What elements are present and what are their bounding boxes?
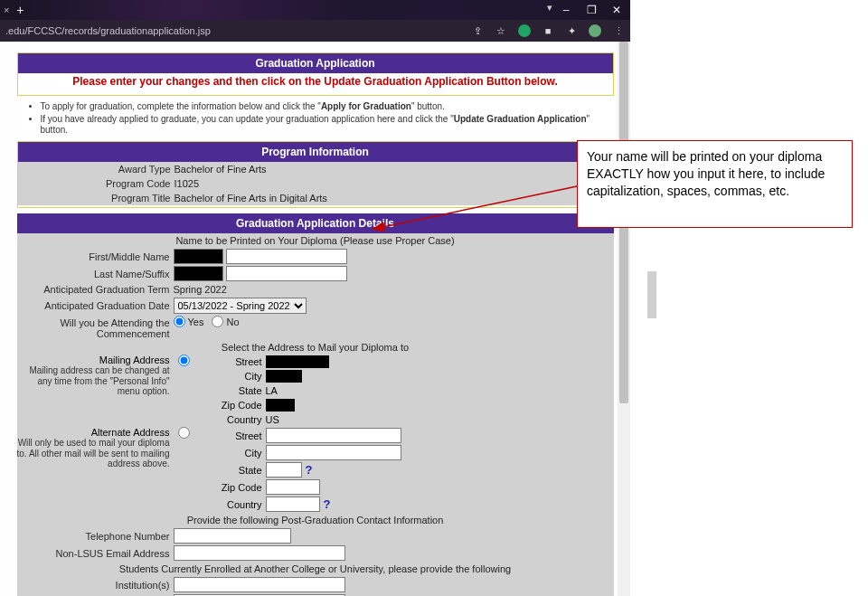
commencement-label: Will you be Attending the Commencement (17, 316, 174, 339)
share-icon[interactable]: ⇪ (471, 24, 484, 37)
mail-heading: Select the Address to Mail your Diploma … (17, 340, 614, 355)
alternate-address-label: Alternate Address (91, 427, 170, 438)
details-header: Graduation Application Details (17, 213, 614, 233)
program-code-label: Program Code (18, 178, 175, 189)
state-label: State (195, 385, 266, 396)
commencement-no-radio[interactable] (212, 316, 223, 327)
mailing-country-value: US (266, 414, 279, 425)
document-scroll-indicator (647, 271, 656, 318)
puzzle-icon[interactable]: ✦ (565, 24, 578, 37)
commencement-yes-radio[interactable] (174, 316, 185, 327)
enrolled-heading: Students Currently Enrolled at Another C… (17, 562, 614, 576)
email-label: Non-LSUS Email Address (17, 548, 174, 559)
instruction-item: If you have already applied to graduate,… (41, 114, 609, 136)
last-suffix-label: Last Name/Suffix (17, 269, 174, 279)
bookmark-star-icon[interactable]: ☆ (495, 24, 507, 37)
no-label: No (226, 317, 239, 327)
last-name-input[interactable] (174, 266, 223, 281)
alt-city-label: City (195, 448, 266, 459)
mailing-street-value (266, 355, 329, 368)
graduation-date-select[interactable]: 05/13/2022 - Spring 2022 (174, 298, 307, 314)
program-info-header: Program Information (18, 142, 613, 162)
browser-tabstrip: × + ▾ – ❐ ✕ (0, 0, 630, 20)
url-text[interactable]: .edu/FCCSC/records/graduationapplication… (5, 25, 464, 36)
anticipated-term-value: Spring 2022 (174, 284, 614, 295)
alt-country-label: Country (195, 499, 266, 510)
alternate-address-note: Will only be used to mail your diploma t… (17, 438, 170, 469)
email-input[interactable] (174, 545, 345, 561)
alt-country-input[interactable] (266, 497, 320, 512)
mailing-address-note: Mailing address can be changed at any ti… (17, 365, 170, 397)
award-type-value: Bachelor of Fine Arts (175, 164, 613, 175)
country-help-icon[interactable]: ? (324, 497, 331, 511)
award-type-label: Award Type (18, 164, 175, 175)
chrome-menu-icon[interactable]: ▾ (547, 2, 552, 18)
middle-name-input[interactable] (226, 249, 347, 264)
zip-label: Zip Code (195, 400, 266, 411)
institution-label: Institution(s) (17, 580, 174, 591)
name-subtitle: Name to be Printed on Your Diploma (Plea… (17, 233, 614, 248)
telephone-input[interactable] (174, 528, 291, 544)
alt-street-input[interactable] (266, 428, 401, 443)
alt-state-input[interactable] (266, 462, 302, 478)
alt-city-input[interactable] (266, 445, 401, 460)
suffix-input[interactable] (226, 266, 347, 281)
change-instruction: Please enter your changes and then click… (18, 73, 613, 90)
first-middle-label: First/Middle Name (17, 251, 174, 262)
contact-heading: Provide the following Post-Graduation Co… (17, 513, 614, 527)
viewport-scrollbar[interactable] (618, 42, 630, 596)
program-title-label: Program Title (18, 193, 175, 203)
annotation-text: Your name will be printed on your diplom… (587, 149, 825, 198)
instructions-block: To apply for graduation, complete the in… (17, 96, 614, 141)
window-minimize-button[interactable]: – (554, 2, 578, 18)
window-restore-button[interactable]: ❐ (580, 2, 603, 18)
address-bar: .edu/FCCSC/records/graduationapplication… (0, 20, 630, 42)
extension-badge-icon[interactable] (518, 24, 531, 37)
country-label: Country (195, 414, 266, 425)
city-label: City (195, 371, 266, 382)
mailing-state-value: LA (266, 385, 278, 396)
mailing-city-value (266, 370, 302, 383)
extensions-icon[interactable]: ■ (542, 24, 554, 37)
kebab-menu-icon[interactable]: ⋮ (612, 24, 625, 37)
street-label: Street (195, 356, 266, 367)
profile-avatar-icon[interactable] (589, 24, 601, 37)
mailing-zip-value (266, 399, 295, 412)
alt-street-label: Street (195, 430, 266, 441)
alt-zip-input[interactable] (266, 479, 320, 495)
page-title: Graduation Application (18, 53, 613, 73)
anticipated-term-label: Anticipated Graduation Term (17, 284, 174, 295)
alt-state-label: State (195, 465, 266, 476)
first-name-input[interactable] (174, 249, 223, 264)
mailing-address-label: Mailing Address (99, 355, 170, 365)
alternate-address-radio[interactable] (178, 427, 190, 439)
program-title-value: Bachelor of Fine Arts in Digital Arts (175, 193, 613, 203)
mailing-address-radio[interactable] (178, 355, 190, 366)
institution-input[interactable] (174, 577, 345, 592)
alt-zip-label: Zip Code (195, 482, 266, 493)
telephone-label: Telephone Number (17, 531, 174, 542)
page-viewport: Graduation Application Please enter your… (0, 42, 630, 596)
annotation-callout: Your name will be printed on your diplom… (577, 140, 853, 228)
anticipated-date-label: Anticipated Graduation Date (17, 300, 174, 311)
new-tab-button[interactable]: + (9, 2, 31, 18)
yes-label: Yes (188, 317, 204, 327)
instruction-item: To apply for graduation, complete the in… (41, 101, 609, 112)
program-code-value: I1025 (175, 178, 613, 189)
window-close-button[interactable]: ✕ (605, 2, 628, 18)
state-help-icon[interactable]: ? (306, 463, 313, 477)
